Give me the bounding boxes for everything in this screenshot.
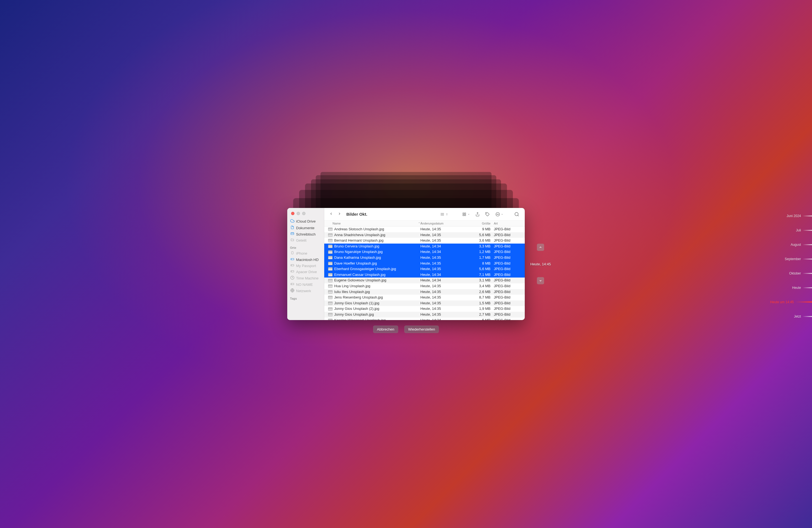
file-size: 5,6 MB [467, 233, 492, 238]
file-row[interactable]: Eugene Golovesov Unsplash.jpgHeute, 14:3… [324, 278, 525, 283]
snapshot-current-label: Heute, 14:45 [530, 262, 551, 266]
net-icon [290, 288, 294, 293]
file-name: Emmanuel Cassar Unsplash.jpg [334, 272, 386, 278]
timeline-tick-icon [802, 244, 812, 245]
file-list[interactable]: Andreas Slotosch Unsplash.jpgHeute, 14:3… [324, 226, 525, 320]
svg-point-31 [515, 212, 518, 216]
file-thumb-icon [328, 319, 333, 320]
zoom-window-button[interactable] [302, 212, 305, 215]
file-row[interactable]: Andreas Slotosch Unsplash.jpgHeute, 14:3… [324, 226, 525, 232]
svg-rect-21 [463, 212, 464, 214]
share-button[interactable] [474, 212, 481, 217]
close-window-button[interactable] [291, 212, 294, 215]
file-row[interactable]: Jonny Gios Unsplash.jpgHeute, 14:352,7 M… [324, 312, 525, 318]
file-modified: Heute, 14:34 [420, 244, 467, 249]
file-row[interactable]: Bruno Ngarukiye Unsplash.jpgHeute, 14:34… [324, 249, 525, 255]
timeline-item[interactable]: Oktober [789, 272, 812, 275]
file-row[interactable]: Iuliu Illes Unsplash.jpgHeute, 14:352,6 … [324, 289, 525, 295]
file-kind: JPEG-Bild [492, 238, 523, 243]
file-modified: Heute, 14:35 [420, 312, 467, 317]
minimize-window-button[interactable] [296, 212, 300, 215]
file-modified: Heute, 14:34 [420, 318, 467, 320]
back-button[interactable] [328, 212, 334, 217]
timeline-item[interactable]: August [791, 243, 812, 247]
svg-point-12 [291, 284, 291, 284]
phone-icon [290, 251, 294, 256]
sidebar-item-dokumente[interactable]: Dokumente [287, 224, 324, 231]
sidebar-item-schreibtisch[interactable]: Schreibtisch [287, 231, 324, 237]
timeline-item[interactable]: Juni 2024 [787, 214, 812, 218]
snapshot-next-button[interactable] [537, 277, 544, 284]
file-name: Andreas Slotosch Unsplash.jpg [334, 227, 384, 232]
file-name: Eberhard Grossgasteiger Unsplash.jpg [334, 266, 396, 272]
sidebar-location-time-machine: Time Machine [287, 275, 324, 281]
file-thumb-icon [328, 296, 333, 299]
file-size: 5 MB [467, 318, 492, 320]
sidebar-item-label: Time Machine [296, 276, 318, 280]
file-row[interactable]: Eberhard Grossgasteiger Unsplash.jpgHeut… [324, 266, 525, 272]
file-size: 2,6 MB [467, 289, 492, 295]
main-content: Bilder Okt. [324, 208, 525, 320]
file-thumb-icon [328, 284, 333, 288]
timeline-item[interactable]: September [785, 257, 812, 261]
group-button[interactable] [460, 212, 472, 216]
timeline-item[interactable]: Jetzt [794, 314, 812, 318]
file-row[interactable]: Bruno Cervera Unsplash.jpgHeute, 14:343,… [324, 244, 525, 249]
svg-point-19 [441, 214, 441, 214]
column-header-modified[interactable]: Änderungsdatum [420, 222, 467, 225]
file-name: Jonny Gios Unsplash (2).jpg [334, 306, 379, 311]
timeline-label: Heute um 14:45 [770, 300, 794, 304]
file-size: 3,4 MB [467, 283, 492, 289]
file-kind: JPEG-Bild [492, 289, 523, 295]
svg-point-30 [498, 214, 498, 214]
search-button[interactable] [512, 212, 521, 217]
file-row[interactable]: Hua Ling Unsplash.jpgHeute, 14:353,4 MBJ… [324, 283, 525, 289]
file-thumb-icon [328, 290, 333, 294]
column-header-name[interactable]: Name ⌃ [333, 222, 420, 225]
column-header-size[interactable]: Größe [467, 222, 492, 225]
file-row[interactable]: Jens Riesenberg Unsplash.jpgHeute, 14:35… [324, 295, 525, 300]
restore-button[interactable]: Wiederherstellen [404, 326, 439, 333]
file-row[interactable]: Emmanuel Cassar Unsplash.jpgHeute, 14:34… [324, 272, 525, 278]
file-row[interactable]: Dave Hoefler Unsplash.jpgHeute, 14:358 M… [324, 261, 525, 266]
column-header-kind[interactable]: Art [492, 222, 523, 225]
timeline-item[interactable]: Heute [792, 286, 812, 290]
file-row[interactable]: Jonny Gios Unsplash (2).jpgHeute, 14:351… [324, 306, 525, 312]
sidebar-item-icloud-drive[interactable]: iCloud Drive [287, 218, 324, 224]
snapshot-prev-button[interactable] [537, 244, 544, 251]
timeline-item[interactable]: Heute um 14:45 [770, 300, 812, 304]
doc-icon [290, 225, 294, 230]
timeline-tick-icon [802, 259, 812, 259]
ext-icon [290, 269, 294, 274]
file-row[interactable]: Anna Shadricheva Unsplash.jpgHeute, 14:3… [324, 232, 525, 238]
file-modified: Heute, 14:35 [420, 283, 467, 289]
file-row[interactable]: Bernard Hermant Unsplash.jpgHeute, 14:35… [324, 238, 525, 244]
file-name: Dave Hoefler Unsplash.jpg [334, 261, 377, 266]
file-name: Dana Katharina Unsplash.jpg [334, 255, 381, 260]
cancel-button[interactable]: Abbrechen [373, 326, 398, 333]
timeline-item[interactable]: Juli [796, 229, 812, 232]
sidebar-item-label: Schreibtisch [296, 232, 316, 236]
file-row[interactable]: Dana Katharina Unsplash.jpgHeute, 14:351… [324, 255, 525, 261]
file-kind: JPEG-Bild [492, 266, 523, 272]
forward-button[interactable] [336, 212, 343, 217]
file-row[interactable]: Jonny Gios Unsplash (1).jpgHeute, 14:351… [324, 300, 525, 306]
timeline[interactable]: Juni 2024JuliAugustSeptemberOktoberHeute… [770, 214, 812, 318]
actions-button[interactable] [494, 212, 505, 217]
file-modified: Heute, 14:35 [420, 301, 467, 306]
timeline-label: Oktober [789, 272, 801, 275]
timeline-tick-icon [802, 216, 812, 216]
svg-point-20 [441, 215, 441, 215]
file-modified: Heute, 14:35 [420, 233, 467, 238]
sidebar-item-label: Netzwerk [296, 289, 311, 293]
tags-button[interactable] [483, 212, 491, 217]
view-mode-button[interactable] [438, 212, 450, 216]
file-modified: Heute, 14:35 [420, 306, 467, 311]
sidebar-item-label: Dokumente [296, 226, 314, 230]
file-thumb-icon [328, 313, 333, 316]
file-name: Jonny Gios Unsplash.jpg [334, 312, 374, 317]
file-row[interactable]: Karsten Winegeart Unsplash.jpgHeute, 14:… [324, 318, 525, 320]
file-modified: Heute, 14:35 [420, 238, 467, 243]
sidebar-location-macintosh-hd[interactable]: Macintosh HD [287, 256, 324, 263]
file-modified: Heute, 14:35 [420, 289, 467, 295]
